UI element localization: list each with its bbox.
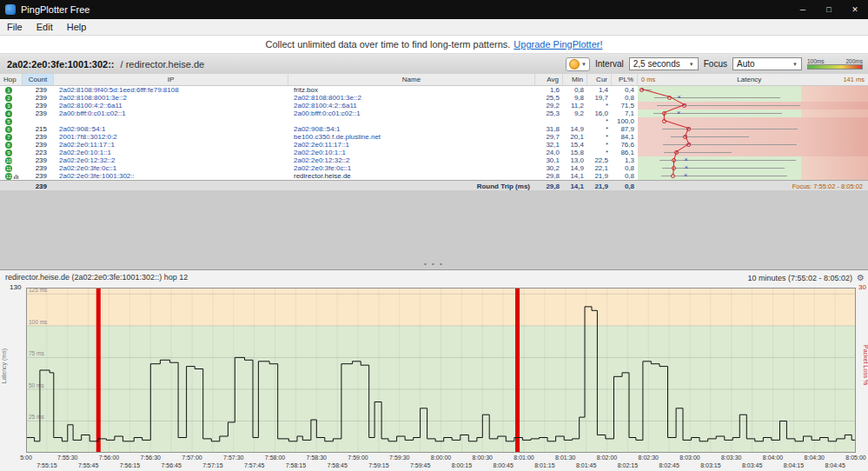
min-cell: 15,8 bbox=[563, 149, 587, 156]
latency-sparkline bbox=[638, 117, 868, 125]
x-tick-label: 8:04:00 bbox=[763, 454, 783, 461]
hop-number-badge: 3 bbox=[5, 103, 12, 109]
header-count[interactable]: Count bbox=[23, 74, 54, 85]
menu-file[interactable]: File bbox=[0, 22, 30, 32]
latency-scale-min: 0 ms bbox=[641, 76, 655, 83]
x-tick-label: 8:04:15 bbox=[784, 462, 804, 468]
header-cur[interactable]: Cur bbox=[587, 74, 612, 85]
x-tick-label: 7:58:00 bbox=[265, 454, 285, 461]
x-tick-label: 7:58:30 bbox=[307, 454, 327, 461]
table-row[interactable]: 42392a00:bfff:0:c01:c02::12a00:bfff:0:c0… bbox=[0, 109, 868, 117]
x-tick-label: 8:02:15 bbox=[618, 462, 638, 468]
latency-sparkline: × bbox=[638, 109, 868, 117]
y-axis-latency-label: Latency (ms) bbox=[1, 348, 7, 383]
pl-cell: 84,1 bbox=[612, 133, 638, 141]
pl-cell: 0,4 bbox=[612, 86, 638, 94]
avg-cell: 31,8 bbox=[535, 125, 563, 133]
avg-latency-marker: × bbox=[684, 156, 688, 163]
hop-number-badge: 1 bbox=[5, 87, 12, 94]
table-row[interactable]: 5*100,0 bbox=[0, 117, 868, 125]
y-axis-max-loss: 30 bbox=[858, 283, 866, 291]
header-latency[interactable]: 0 ms Latency 141 ms bbox=[638, 74, 868, 85]
name-cell: 2a02:2e0:10:1::1 bbox=[288, 149, 535, 156]
ip-cell bbox=[54, 117, 288, 125]
target-state-button[interactable]: ▼ bbox=[566, 57, 590, 71]
count-cell: 215 bbox=[23, 125, 54, 133]
x-tick-label: 7:56:30 bbox=[141, 454, 161, 461]
count-cell: 239 bbox=[23, 109, 54, 117]
menu-help[interactable]: Help bbox=[60, 22, 94, 32]
header-hop[interactable]: Hop bbox=[0, 74, 23, 85]
x-tick-label: 8:00:30 bbox=[473, 454, 493, 461]
ip-cell: 2a02:8108:9f40:5d:1eed:6fff:fe79:8108 bbox=[54, 86, 288, 94]
packet-loss-bar bbox=[96, 288, 101, 453]
table-row[interactable]: 82392a02:2e0:11:17::12a02:2e0:11:17::132… bbox=[0, 141, 868, 149]
min-cell: 9,8 bbox=[563, 94, 587, 102]
latency-gradient-bar bbox=[807, 64, 863, 70]
table-row[interactable]: 122392a02:2e0:3fe:1001:302::redirector.h… bbox=[0, 172, 868, 180]
menu-edit[interactable]: Edit bbox=[30, 22, 60, 32]
latency-scale-max: 141 ms bbox=[843, 76, 865, 83]
avg-cell: 25,3 bbox=[535, 109, 563, 117]
x-tick-label: 8:00:15 bbox=[452, 462, 472, 468]
packet-loss-bar bbox=[515, 288, 520, 453]
x-tick-label: 7:59:30 bbox=[389, 454, 409, 461]
hop-cell: 7 bbox=[0, 133, 23, 141]
current-latency-marker bbox=[672, 158, 676, 163]
x-tick-label: 7:59:15 bbox=[368, 462, 388, 468]
cur-cell: 19,7 bbox=[587, 94, 612, 102]
pl-cell: 100,0 bbox=[612, 117, 638, 125]
count-cell: 223 bbox=[23, 149, 54, 156]
hop-cell: 11 bbox=[0, 164, 23, 172]
maximize-button[interactable]: □ bbox=[816, 0, 842, 19]
gridline-label: 50 ms bbox=[29, 382, 44, 388]
cur-cell: 1,4 bbox=[587, 86, 612, 94]
header-name[interactable]: Name bbox=[288, 74, 535, 85]
table-row[interactable]: 12392a02:8108:9f40:5d:1eed:6fff:fe79:810… bbox=[0, 86, 868, 94]
pane-splitter[interactable]: • • • bbox=[0, 260, 868, 268]
name-cell: fritz.box bbox=[288, 86, 535, 94]
table-row[interactable]: 92232a02:2e0:10:1::12a02:2e0:10:1::124,0… bbox=[0, 149, 868, 156]
hop-cell: 4 bbox=[0, 109, 23, 117]
hop-cell: 1 bbox=[0, 86, 23, 94]
table-row[interactable]: 32392a02:8100:4:2::6a112a02:8100:4:2::6a… bbox=[0, 102, 868, 109]
table-row[interactable]: 62152a02:908::54:12a02:908::54:131,814,9… bbox=[0, 125, 868, 133]
pl-cell: 71,5 bbox=[612, 102, 638, 109]
name-cell: 2a02:908::54:1 bbox=[288, 125, 535, 133]
minimize-button[interactable]: ─ bbox=[790, 0, 816, 19]
ip-cell: 2a02:2e0:10:1::1 bbox=[54, 149, 288, 156]
count-cell: 239 bbox=[23, 141, 54, 149]
hop-cell: 2 bbox=[0, 94, 23, 102]
y-axis-loss-label: Packet Loss % bbox=[863, 345, 868, 385]
x-tick-label: 7:58:45 bbox=[327, 462, 347, 468]
count-cell: 239 bbox=[23, 94, 54, 102]
x-tick-label: 8:01:30 bbox=[555, 454, 575, 461]
gear-icon[interactable]: ⚙ bbox=[857, 273, 865, 282]
legend-200ms-label: 200ms bbox=[845, 58, 863, 64]
latency-range-whisker bbox=[659, 160, 796, 161]
interval-select[interactable]: 2,5 seconds ▼ bbox=[629, 57, 699, 70]
table-row[interactable]: 102392a02:2e0:12:32::22a02:2e0:12:32::23… bbox=[0, 156, 868, 164]
latency-timeline-chart[interactable]: 25 ms50 ms75 ms100 ms125 ms bbox=[26, 288, 856, 453]
x-tick-label: 8:01:15 bbox=[534, 462, 554, 468]
focus-select[interactable]: Auto ▼ bbox=[732, 57, 802, 70]
table-row[interactable]: 112392a02:2e0:3fe:0c::12a02:2e0:3fe:0c::… bbox=[0, 164, 868, 172]
pl-cell: 0,8 bbox=[612, 172, 638, 180]
table-row[interactable]: 72392001:7f8::3012:0:2be100.c350.f.de.pl… bbox=[0, 133, 868, 141]
header-min[interactable]: Min bbox=[563, 74, 587, 85]
table-row[interactable]: 22392a02:8108:8001:3e::22a02:8108:8001:3… bbox=[0, 94, 868, 102]
x-tick-label: 7:55:30 bbox=[57, 454, 77, 461]
header-avg[interactable]: Avg bbox=[535, 74, 563, 85]
x-tick-label: 5:00 bbox=[20, 454, 32, 461]
hop-table-header: Hop Count IP Name Avg Min Cur PL% 0 ms L… bbox=[0, 74, 868, 86]
header-pl[interactable]: PL% bbox=[612, 74, 638, 85]
latency-range-whisker bbox=[662, 168, 785, 169]
hop-cell: 12 bbox=[0, 172, 23, 180]
upgrade-link[interactable]: Upgrade PingPlotter! bbox=[514, 39, 602, 50]
header-ip[interactable]: IP bbox=[54, 74, 288, 85]
close-button[interactable]: ✕ bbox=[842, 0, 868, 19]
latency-range-whisker bbox=[654, 97, 780, 98]
x-tick-label: 8:03:45 bbox=[742, 462, 762, 468]
pingplotter-window: PingPlotter Free ─ □ ✕ File Edit Help Co… bbox=[0, 0, 868, 471]
latency-range-whisker bbox=[662, 129, 797, 129]
